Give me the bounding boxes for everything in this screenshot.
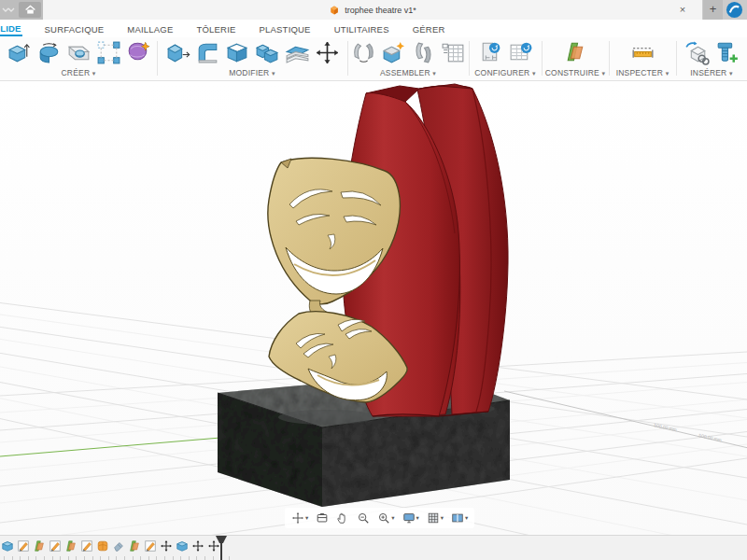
tab-gerer[interactable]: GÉRER	[412, 21, 446, 36]
revolve-icon[interactable]	[35, 39, 63, 66]
tabbar-left-controls	[0, 0, 43, 20]
inserer-dropdown[interactable]: INSÉRER ▾	[676, 68, 747, 77]
ribbon-toolbar: CRÉER ▾ MODIFIER ▾ ASSEMBLER ▾ CONFIGURE…	[0, 37, 747, 81]
combine-icon[interactable]	[254, 39, 281, 66]
fit-icon[interactable]: ▾	[377, 511, 394, 525]
pan-icon[interactable]: ▾	[291, 511, 308, 525]
caret-down-icon: ▾	[602, 70, 606, 77]
3d-viewport-canvas[interactable]: 500,00 mm 500,00 mm	[0, 81, 747, 535]
insert-icon[interactable]	[684, 39, 711, 66]
look-at-icon[interactable]	[316, 511, 329, 525]
tab-maillage[interactable]: MAILLAGE	[126, 21, 174, 36]
construction-plane-icon[interactable]	[562, 39, 589, 66]
group-inserer: INSÉRER ▾	[676, 37, 747, 79]
tab-utilitaires[interactable]: UTILITAIRES	[333, 21, 390, 36]
timeline-move-icon[interactable]	[160, 539, 173, 553]
tab-tolerie[interactable]: TÔLERIE	[195, 21, 236, 36]
joint-icon[interactable]	[350, 39, 377, 66]
hole-icon[interactable]	[65, 39, 92, 66]
measure-icon[interactable]	[629, 39, 656, 66]
close-tab-icon[interactable]: ×	[676, 3, 689, 16]
timeline-sketch-icon[interactable]	[17, 539, 30, 553]
group-construire: CONSTRUIRE ▾	[542, 37, 609, 79]
timeline-plane-icon[interactable]	[33, 539, 46, 553]
construire-dropdown[interactable]: CONSTRUIRE ▾	[542, 68, 609, 77]
bom-icon[interactable]	[440, 39, 467, 66]
document-cube-icon	[329, 5, 340, 16]
viewports-icon[interactable]: ▾	[451, 511, 468, 525]
caret-down-icon: ▾	[532, 70, 536, 77]
document-tab[interactable]: trophee theatre v1* ×	[43, 0, 702, 20]
view-navigation-bar: ▾ ▾ ▾ ▾ ▾	[285, 508, 474, 528]
y-axis-line	[0, 438, 220, 456]
group-configurer: CONFIGURER ▾	[469, 37, 542, 79]
orbit-hand-icon[interactable]	[336, 511, 349, 525]
timeline-sketch-icon[interactable]	[144, 539, 157, 553]
pattern-icon[interactable]	[95, 39, 122, 66]
form-icon[interactable]	[125, 39, 152, 66]
modifier-dropdown[interactable]: MODIFIER ▾	[157, 68, 347, 77]
zoom-icon[interactable]	[357, 511, 370, 525]
caret-down-icon: ▾	[416, 514, 419, 522]
grid-settings-icon[interactable]: ▾	[427, 511, 444, 525]
timeline-ticks	[4, 556, 230, 560]
group-creer: CRÉER ▾	[0, 37, 157, 79]
caret-down-icon: ▾	[92, 70, 96, 77]
group-modifier: MODIFIER ▾	[157, 37, 347, 79]
tab-surfacique[interactable]: SURFACIQUE	[44, 21, 106, 36]
document-title: trophee theatre v1*	[345, 6, 416, 15]
fastener-icon[interactable]	[713, 39, 740, 66]
caret-down-icon: ▾	[465, 514, 468, 522]
timeline-plane-icon[interactable]	[64, 539, 78, 553]
caret-down-icon: ▾	[441, 514, 444, 522]
fillet-icon[interactable]	[194, 39, 221, 66]
chevron-down-icon[interactable]	[0, 4, 17, 17]
timeline-sketch-icon[interactable]	[49, 539, 62, 553]
press-pull-icon[interactable]	[164, 39, 191, 66]
extrude-icon[interactable]	[6, 39, 33, 66]
shell-icon[interactable]	[224, 39, 251, 66]
grid-extent-label: 500,00 mm	[698, 432, 723, 442]
grid-extent-label: 500,00 mm	[654, 422, 678, 432]
home-button[interactable]	[19, 2, 41, 18]
group-assembler: ASSEMBLER ▾	[347, 37, 469, 79]
timeline-extrude-icon[interactable]	[176, 539, 189, 553]
caret-down-icon: ▾	[432, 70, 436, 77]
caret-down-icon: ▾	[666, 70, 669, 77]
new-tab-button[interactable]: +	[703, 0, 723, 20]
caret-down-icon: ▾	[729, 70, 733, 77]
timeline-extrude-icon[interactable]	[1, 539, 14, 553]
timeline-move-icon[interactable]	[191, 539, 204, 553]
fusion-logo-icon[interactable]	[726, 1, 743, 19]
tab-plastique[interactable]: PLASTIQUE	[259, 21, 312, 36]
timeline-form-icon[interactable]	[96, 539, 109, 553]
timeline-playhead[interactable]	[216, 536, 227, 560]
timeline-plane-icon[interactable]	[128, 539, 141, 553]
caret-down-icon: ▾	[305, 514, 308, 522]
timeline-sketch-icon[interactable]	[80, 539, 93, 553]
new-component-icon[interactable]	[380, 39, 407, 66]
assembler-dropdown[interactable]: ASSEMBLER ▾	[347, 68, 469, 77]
as-built-joint-icon[interactable]	[410, 39, 437, 66]
tab-solide[interactable]: SOLIDE	[0, 21, 22, 36]
configurer-dropdown[interactable]: CONFIGURER ▾	[469, 68, 542, 77]
caret-down-icon: ▾	[391, 514, 394, 522]
grid-edge	[504, 391, 747, 450]
caret-down-icon: ▾	[272, 70, 275, 77]
timeline-eraser-icon[interactable]	[112, 539, 125, 553]
inspecter-dropdown[interactable]: INSPECTER ▾	[609, 68, 676, 77]
document-tab-bar: trophee theatre v1* × +	[0, 0, 747, 20]
configuration-icon[interactable]	[477, 39, 504, 66]
design-history-timeline	[0, 535, 747, 560]
creer-dropdown[interactable]: CRÉER ▾	[0, 68, 157, 77]
move-icon[interactable]	[314, 39, 341, 66]
configuration-table-icon[interactable]	[507, 39, 534, 66]
workspace-menu-bar: SOLIDE SURFACIQUE MAILLAGE TÔLERIE PLAST…	[0, 20, 747, 37]
group-inspecter: INSPECTER ▾	[609, 37, 676, 79]
display-settings-icon[interactable]: ▾	[402, 511, 419, 525]
split-icon[interactable]	[284, 39, 311, 66]
